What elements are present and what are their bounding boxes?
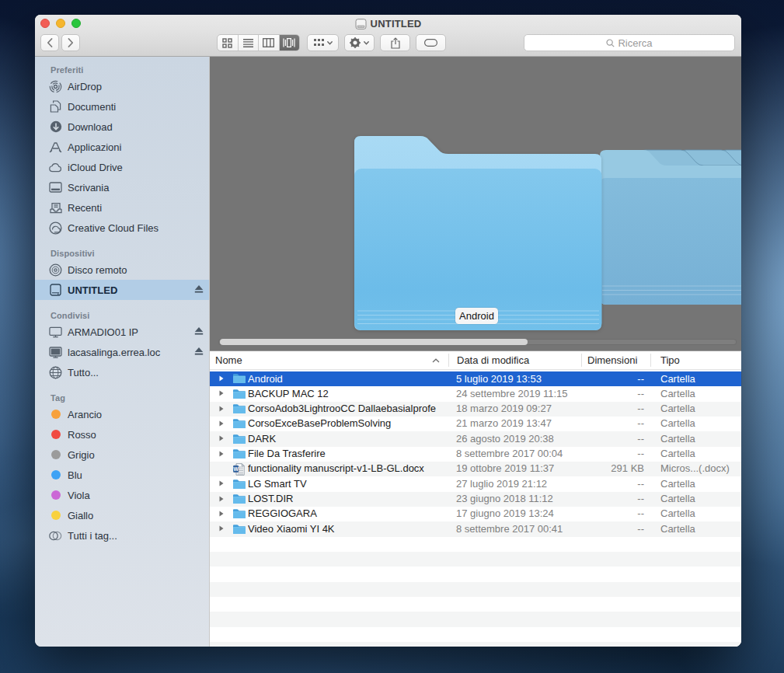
sidebar-item-tutto[interactable]: Tutto... — [35, 362, 209, 382]
group-button[interactable] — [307, 34, 339, 51]
file-name: Android — [248, 371, 446, 386]
column-header-nome[interactable]: Nome — [215, 351, 242, 370]
sidebar-item-giallo[interactable]: Giallo — [35, 505, 209, 525]
column-separator[interactable] — [650, 354, 651, 367]
sidebar-item-documenti[interactable]: Documenti — [35, 96, 209, 117]
disclosure-triangle-icon[interactable] — [219, 420, 224, 427]
file-date: 5 luglio 2019 13:53 — [456, 371, 579, 386]
sidebar-item-arancio[interactable]: Arancio — [35, 404, 209, 424]
disclosure-triangle-icon[interactable] — [219, 406, 224, 412]
sidebar-item-disco-remoto[interactable]: Disco remoto — [35, 260, 209, 280]
eject-icon[interactable] — [194, 347, 204, 358]
sidebar-item-creative-cloud-files[interactable]: Creative Cloud Files — [35, 218, 209, 238]
sidebar-section: Dispositivi Disco remoto UNTITLED — [35, 247, 209, 300]
forward-button[interactable] — [61, 34, 80, 51]
sidebar-item-download[interactable]: Download — [35, 117, 209, 137]
group-icon — [314, 38, 324, 47]
sidebar-item-rosso[interactable]: Rosso — [35, 424, 209, 445]
gallery-view-button[interactable] — [280, 35, 300, 51]
disclosure-triangle-icon[interactable] — [219, 375, 224, 382]
sidebar-item-armadio01-ip[interactable]: ARMADIO01 IP — [35, 322, 209, 342]
toolbar: Ricerca — [35, 34, 741, 52]
icon-view-button[interactable] — [218, 35, 239, 51]
sidebar-item-label: Giallo — [68, 510, 93, 521]
sidebar-section: Tag Arancio Rosso Grigio Blu Viola Giall… — [35, 392, 209, 546]
sidebar-section-label: Condivisi — [35, 309, 209, 322]
sidebar-item-label: AirDrop — [68, 81, 102, 92]
file-name: File Da Trasferire — [248, 446, 446, 461]
column-view-button[interactable] — [259, 35, 280, 51]
tag-color-dot — [51, 511, 61, 520]
icloud-icon — [49, 161, 62, 174]
file-name: CorsoAdob3LightrooCC Dallaebasialprofe — [248, 401, 446, 416]
column-separator[interactable] — [581, 354, 582, 367]
eject-icon[interactable] — [194, 284, 204, 296]
file-row[interactable]: DARK 26 agosto 2019 20:38 -- Cartella — [210, 431, 741, 446]
disclosure-triangle-icon[interactable] — [219, 435, 224, 441]
selected-folder-preview[interactable] — [354, 135, 602, 330]
action-button[interactable] — [344, 34, 375, 51]
sidebar-item-lacasalinga-errea-loc[interactable]: lacasalinga.errea.loc — [35, 342, 209, 362]
sort-ascending-icon — [432, 358, 440, 363]
column-separator[interactable] — [448, 354, 449, 367]
file-row[interactable]: REGGIOGARA 17 giugno 2019 13:24 -- Carte… — [210, 506, 741, 521]
disclosure-triangle-icon[interactable] — [219, 496, 224, 502]
sidebar-item-untitled[interactable]: UNTITLED — [35, 280, 209, 300]
sidebar-item-viola[interactable]: Viola — [35, 485, 209, 505]
column-header-tipo[interactable]: Tipo — [660, 351, 680, 370]
next-folders-stack — [600, 149, 741, 305]
sidebar-item-applicazioni[interactable]: Applicazioni — [35, 137, 209, 157]
back-button[interactable] — [40, 34, 59, 51]
sidebar-item-scrivania[interactable]: Scrivania — [35, 177, 209, 197]
chevron-right-icon — [68, 38, 74, 47]
file-date: 26 agosto 2019 20:38 — [456, 431, 579, 446]
horizontal-scrollbar-thumb[interactable] — [220, 339, 528, 346]
sidebar-item-label: Rosso — [68, 429, 96, 441]
list-view-button[interactable] — [239, 35, 260, 51]
sidebar-item-icloud-drive[interactable]: iCloud Drive — [35, 157, 209, 177]
tag-button[interactable] — [416, 34, 446, 51]
file-row[interactable]: LOST.DIR 23 giugno 2018 11:12 -- Cartell… — [210, 491, 741, 506]
file-row[interactable]: W functionality manuscript-v1-LB-GL.docx… — [210, 461, 741, 476]
tag-color-dot — [51, 470, 61, 479]
folder-icon — [233, 403, 246, 414]
file-row[interactable]: BACKUP MAC 12 24 settembre 2019 11:15 --… — [210, 386, 741, 401]
file-kind: Cartella — [660, 521, 740, 536]
column-header-data[interactable]: Data di modifica — [457, 351, 529, 370]
column-view-icon — [263, 38, 274, 47]
word-doc-icon: W — [233, 463, 246, 474]
file-list: Android 5 luglio 2019 13:53 -- Cartella … — [210, 371, 741, 647]
content-area: Android Nome Data di modifica Dimensioni… — [209, 57, 741, 647]
disclosure-triangle-icon[interactable] — [219, 390, 224, 396]
search-field[interactable]: Ricerca — [524, 34, 735, 51]
horizontal-scrollbar[interactable] — [218, 339, 737, 346]
sidebar-item-grigio[interactable]: Grigio — [35, 445, 209, 465]
share-button[interactable] — [380, 34, 410, 51]
file-row[interactable]: LG Smart TV 27 luglio 2019 21:12 -- Cart… — [210, 476, 741, 491]
file-name: DARK — [248, 431, 446, 446]
file-row[interactable]: File Da Trasferire 8 settembre 2017 00:0… — [210, 446, 741, 461]
file-row[interactable]: CorsoExceBaseProblemSolving 21 marzo 201… — [210, 416, 741, 431]
sidebar-item-tutti-i-tag[interactable]: Tutti i tag... — [35, 525, 209, 546]
file-kind: Cartella — [660, 446, 740, 461]
file-row[interactable]: Video Xiaomi YI 4K 8 settembre 2017 00:4… — [210, 521, 741, 536]
sidebar-section-label: Dispositivi — [35, 247, 209, 260]
file-name: LG Smart TV — [248, 476, 446, 491]
view-mode-switcher — [217, 34, 300, 51]
disclosure-triangle-icon[interactable] — [219, 451, 224, 457]
window-title: UNTITLED — [371, 18, 422, 30]
disclosure-triangle-icon[interactable] — [219, 511, 224, 517]
eject-icon[interactable] — [194, 326, 204, 338]
file-row[interactable]: Android 5 luglio 2019 13:53 -- Cartella — [210, 371, 741, 386]
search-icon — [606, 39, 615, 47]
folder-icon — [233, 508, 246, 519]
file-row[interactable]: CorsoAdob3LightrooCC Dallaebasialprofe 1… — [210, 401, 741, 416]
disclosure-triangle-icon[interactable] — [219, 480, 224, 486]
sidebar-item-airdrop[interactable]: AirDrop — [35, 76, 209, 96]
sidebar-item-recenti[interactable]: Recenti — [35, 197, 209, 218]
sidebar-item-label: Applicazioni — [68, 141, 121, 153]
disclosure-triangle-icon[interactable] — [219, 525, 224, 532]
column-header-dimensioni[interactable]: Dimensioni — [587, 351, 637, 370]
sidebar: Preferiti AirDrop Documenti Download App… — [35, 57, 209, 647]
sidebar-item-blu[interactable]: Blu — [35, 465, 209, 485]
